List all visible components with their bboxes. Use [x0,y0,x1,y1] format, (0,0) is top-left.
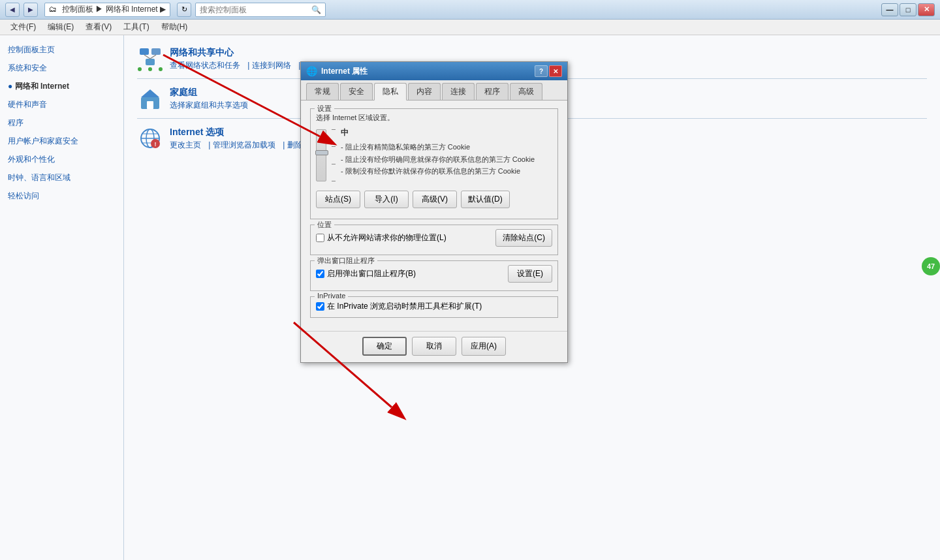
tick-4 [332,181,336,181]
popup-checkbox-label: 启用弹出窗口阻止程序(B) [327,268,416,279]
cancel-button[interactable]: 取消 [412,337,456,356]
location-checkbox[interactable] [316,234,324,242]
default-button[interactable]: 默认值(D) [461,191,510,208]
maximize-button[interactable]: □ [900,3,916,16]
forward-button[interactable]: ▶ [24,3,38,17]
dialog-bottom: 确定 取消 应用(A) [301,331,567,362]
settings-fieldset: 设置 选择 Internet 区域设置。 [310,108,558,219]
internet-icon: ! [137,125,163,151]
tick-3 [332,164,336,164]
title-bar: ◀ ▶ 🗂 控制面板 ▶ 网络和 Internet ▶ ↻ 🔍 — □ ✕ [0,0,940,20]
clear-sites-button[interactable]: 清除站点(C) [495,229,552,247]
link-homegroup[interactable]: 选择家庭组和共享选项 [170,101,248,110]
internet-section-title: Internet 选项 [170,127,315,138]
tab-content[interactable]: 内容 [408,83,441,100]
popup-checkbox-row: 启用弹出窗口阻止程序(B) [316,268,416,279]
site-button[interactable]: 站点(S) [316,191,360,208]
link-change-homepage[interactable]: 更改主页 [170,140,201,149]
tab-advanced[interactable]: 高级 [510,83,542,100]
link-manage-addons[interactable]: 管理浏览器加载项 [213,140,275,149]
tab-connections[interactable]: 连接 [442,83,475,100]
menu-tools[interactable]: 工具(T) [118,20,154,34]
location-legend: 位置 [315,220,334,230]
tab-general[interactable]: 常规 [306,83,339,100]
path-text: 控制面板 ▶ 网络和 Internet ▶ [62,4,166,15]
minimize-button[interactable]: — [881,3,898,16]
back-button[interactable]: ◀ [5,3,20,17]
close-button[interactable]: ✕ [918,3,935,16]
inprivate-checkbox-label: 在 InPrivate 浏览启动时禁用工具栏和扩展(T) [327,301,482,312]
tick-2 [332,146,336,147]
svg-rect-10 [147,101,153,109]
location-row: 从不允许网站请求你的物理位置(L) 清除站点(C) [316,229,552,247]
settings-legend: 设置 [315,104,334,114]
svg-point-5 [138,67,142,71]
apply-button[interactable]: 应用(A) [462,337,506,356]
sidebar-item-accessibility[interactable]: 轻松访问 [0,187,123,205]
address-bar[interactable]: 🗂 控制面板 ▶ 网络和 Internet ▶ [44,3,170,17]
popup-legend: 弹出窗口阻止程序 [315,256,377,266]
advanced-button[interactable]: 高级(V) [413,191,457,208]
dialog-close-button[interactable]: ✕ [549,65,562,77]
slider-ticks [332,129,336,181]
ok-button[interactable]: 确定 [362,337,407,356]
content-area: 网络和共享中心 查看网络状态和任务 | 连接到网络 | 查看网络计算机和设备 |… [124,35,940,560]
dialog-help-button[interactable]: ? [535,65,548,77]
sidebar-item-system[interactable]: 系统和安全 [0,59,123,77]
search-input[interactable] [200,5,311,14]
homegroup-icon [137,86,163,112]
slider-track[interactable] [316,129,326,181]
popup-checkbox[interactable] [316,270,324,278]
search-icon: 🔍 [311,5,321,14]
tick-1 [332,129,336,130]
homegroup-section-links: 选择家庭组和共享选项 [170,100,253,111]
menu-edit[interactable]: 编辑(E) [42,20,79,34]
tab-security[interactable]: 安全 [340,83,373,100]
dialog-title-bar: 🌐 Internet 属性 ? ✕ [301,62,567,80]
folder-icon: 🗂 [49,5,59,15]
refresh-button[interactable]: ↻ [177,3,191,17]
main-layout: 控制面板主页 系统和安全 网络和 Internet 硬件和声音 程序 用户帐户和… [0,35,940,560]
menu-help[interactable]: 帮助(H) [156,20,193,34]
sidebar-item-hardware[interactable]: 硬件和声音 [0,95,123,114]
import-button[interactable]: 导入(I) [364,191,409,208]
svg-point-7 [159,67,163,71]
sidebar-item-clock[interactable]: 时钟、语言和区域 [0,168,123,187]
sidebar: 控制面板主页 系统和安全 网络和 Internet 硬件和声音 程序 用户帐户和… [0,35,124,560]
inprivate-checkbox[interactable] [316,302,324,311]
menu-bar: 文件(F) 编辑(E) 查看(V) 工具(T) 帮助(H) [0,20,940,35]
inprivate-fieldset: InPrivate 在 InPrivate 浏览启动时禁用工具栏和扩展(T) [310,296,558,318]
dialog-title-left: 🌐 Internet 属性 [306,66,368,77]
search-box[interactable]: 🔍 [195,3,326,17]
link-view-network[interactable]: 查看网络状态和任务 [170,61,240,70]
dialog-content: 设置 选择 Internet 区域设置。 [301,101,567,331]
sidebar-item-network[interactable]: 网络和 Internet [0,77,123,95]
homegroup-section-info: 家庭组 选择家庭组和共享选项 [170,87,253,111]
link-connect[interactable]: 连接到网络 [252,61,291,70]
svg-marker-9 [141,89,159,97]
tab-privacy[interactable]: 隐私 [374,83,407,101]
network-icon [137,46,163,72]
tab-programs[interactable]: 程序 [476,83,509,100]
sidebar-item-appearance[interactable]: 外观和个性化 [0,150,123,168]
location-fieldset: 位置 从不允许网站请求你的物理位置(L) 清除站点(C) [310,225,558,255]
internet-section-links: 更改主页 | 管理浏览器加载项 | 删除... [170,140,315,151]
menu-view[interactable]: 查看(V) [80,20,117,34]
menu-file[interactable]: 文件(F) [5,20,41,34]
homegroup-section-title: 家庭组 [170,87,253,99]
sidebar-item-home[interactable]: 控制面板主页 [0,40,123,59]
internet-properties-dialog: 🌐 Internet 属性 ? ✕ 常规 安全 隐私 内容 连接 程序 高级 [300,61,568,363]
popup-settings-button[interactable]: 设置(E) [508,265,552,283]
window-controls: — □ ✕ [881,3,935,16]
internet-section-info: Internet 选项 更改主页 | 管理浏览器加载项 | 删除... [170,127,315,151]
nav-area: ◀ ▶ 🗂 控制面板 ▶ 网络和 Internet ▶ ↻ 🔍 [5,3,326,17]
slider-thumb[interactable] [315,150,328,155]
popup-fieldset: 弹出窗口阻止程序 启用弹出窗口阻止程序(B) 设置(E) [310,260,558,291]
privacy-level: 中 [341,127,552,139]
privacy-desc: - 阻止没有精简隐私策略的第三方 Cookie - 阻止没有经你明确同意就保存你… [341,142,552,177]
location-checkbox-row: 从不允许网站请求你的物理位置(L) [316,232,446,243]
sidebar-item-programs[interactable]: 程序 [0,114,123,132]
svg-text:!: ! [155,141,157,148]
dialog-title: Internet 属性 [321,66,368,77]
sidebar-item-user[interactable]: 用户帐户和家庭安全 [0,132,123,150]
